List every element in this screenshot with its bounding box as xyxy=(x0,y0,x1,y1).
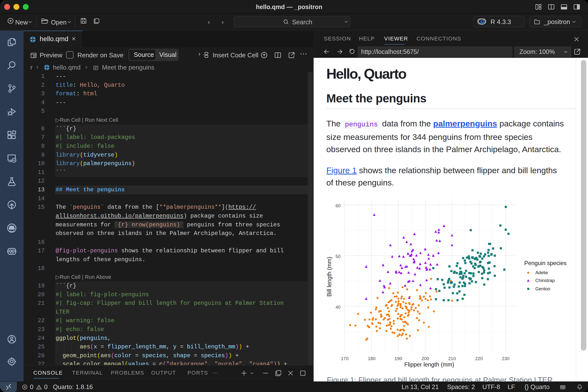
svg-text:210: 210 xyxy=(448,356,456,361)
svg-text:Adelie: Adelie xyxy=(535,270,548,275)
svg-text:40: 40 xyxy=(336,304,340,310)
svg-text:Figure 1: Flipper and bill len: Figure 1: Flipper and bill length for pe… xyxy=(327,376,553,382)
svg-text:190: 190 xyxy=(395,356,402,361)
svg-text:Gentoo: Gentoo xyxy=(535,286,550,291)
svg-text:170: 170 xyxy=(341,356,349,361)
svg-text:180: 180 xyxy=(368,356,376,361)
svg-text:Chinstrap: Chinstrap xyxy=(535,278,555,283)
svg-text:50: 50 xyxy=(336,254,340,259)
svg-text:230: 230 xyxy=(502,356,510,361)
svg-text:200: 200 xyxy=(422,356,429,361)
svg-text:Penguin species: Penguin species xyxy=(524,260,566,266)
svg-text:60: 60 xyxy=(336,203,340,208)
svg-text:Flipper length (mm): Flipper length (mm) xyxy=(404,362,454,368)
svg-text:Bill length (mm): Bill length (mm) xyxy=(326,256,332,296)
svg-text:220: 220 xyxy=(475,356,483,361)
svg-text:R: R xyxy=(480,19,484,25)
